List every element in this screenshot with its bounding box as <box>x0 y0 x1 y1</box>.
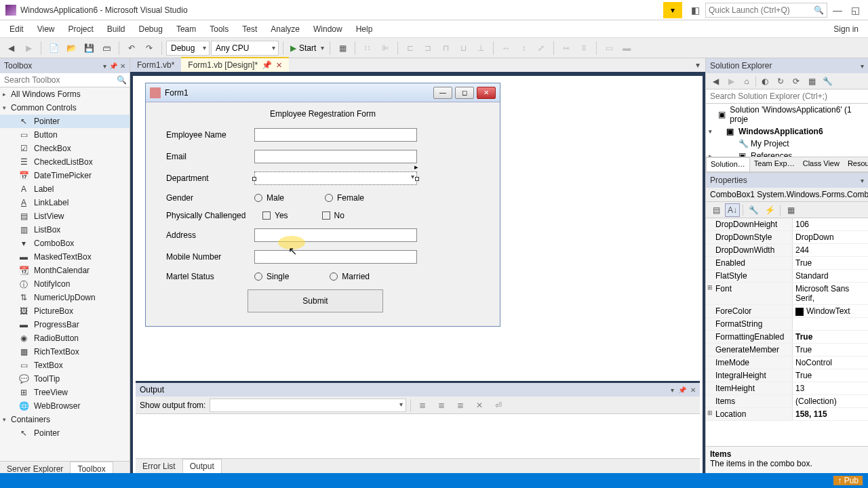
nav-back-icon[interactable]: ◀ <box>3 40 19 56</box>
toolbox-item-numericupdown[interactable]: ⇅NumericUpDown <box>0 291 130 304</box>
size-1-icon[interactable]: ↔ <box>498 40 514 56</box>
property-row[interactable]: Items(Collection) <box>706 395 868 408</box>
toolbox-item-textbox[interactable]: ▭TextBox <box>0 359 130 372</box>
toolbox-item-monthcalendar[interactable]: 📆MonthCalendar <box>0 264 130 277</box>
align-1-icon[interactable]: ⊏ <box>402 40 418 56</box>
radio-married[interactable]: Married <box>330 272 370 281</box>
input-email[interactable] <box>254 150 417 163</box>
menu-view[interactable]: View <box>31 22 62 37</box>
tab-dropdown-icon[interactable]: ▾ <box>690 58 705 72</box>
form1-window[interactable]: Form1 — ◻ ✕ Employee Regestration Form E… <box>145 83 500 327</box>
props-properties-icon[interactable]: 🔧 <box>746 203 761 217</box>
property-row[interactable]: FlatStyleStandard <box>706 270 868 283</box>
sol-fwd-icon[interactable]: ▶ <box>724 75 738 88</box>
output-btn-1[interactable]: ≣ <box>415 399 430 412</box>
tab-class-view[interactable]: Class View <box>799 157 844 171</box>
align-grid-icon[interactable]: ∷ <box>359 40 376 56</box>
search-icon[interactable]: 🔍 <box>113 73 130 87</box>
property-row[interactable]: FormatString <box>706 318 868 331</box>
menu-build[interactable]: Build <box>100 22 132 37</box>
menu-analyze[interactable]: Analyze <box>264 22 307 37</box>
sol-props-icon[interactable]: 🔧 <box>821 75 834 88</box>
input-name[interactable] <box>254 128 417 142</box>
align-left-icon[interactable]: ⊫ <box>377 40 393 56</box>
toolbox-item-combobox[interactable]: ▾ComboBox <box>0 237 130 250</box>
design-surface[interactable]: Form1 — ◻ ✕ Employee Regestration Form E… <box>133 76 703 473</box>
form-close-button[interactable]: ✕ <box>477 87 496 99</box>
dropdown-icon[interactable]: ▾ <box>671 386 674 394</box>
sol-project[interactable]: ▾▣WindowsApplication6 <box>706 125 868 138</box>
property-row[interactable]: ⊞FontMicrosoft Sans Serif, <box>706 283 868 305</box>
props-events-icon[interactable]: ⚡ <box>762 203 777 217</box>
menu-test[interactable]: Test <box>235 22 264 37</box>
toolbox-cat-containers[interactable]: Containers <box>0 413 130 426</box>
toolbox-item-linklabel[interactable]: ALinkLabel <box>0 196 130 209</box>
tab-solution-explorer[interactable]: Solution… <box>706 157 750 171</box>
radio-female[interactable]: Female <box>325 193 364 203</box>
solution-search-input[interactable] <box>706 89 868 103</box>
toolbox-item-progressbar[interactable]: ▬ProgressBar <box>0 318 130 331</box>
radio-single[interactable]: Single <box>254 272 289 281</box>
sign-in-link[interactable]: Sign in <box>833 24 865 34</box>
toolbox-item-maskedtextbox[interactable]: ▬MaskedTextBox <box>0 250 130 264</box>
sol-myproject[interactable]: 🔧My Project <box>706 138 868 150</box>
minimize-button[interactable]: — <box>830 5 845 16</box>
sol-refresh-icon[interactable]: ↻ <box>774 75 787 88</box>
output-btn-2[interactable]: ≣ <box>434 399 449 412</box>
toolbox-item-tooltip[interactable]: 💬ToolTip <box>0 372 130 386</box>
dropdown-icon[interactable]: ▾ <box>861 62 864 70</box>
input-mobile[interactable] <box>254 250 417 264</box>
pin-icon[interactable]: 📌 <box>262 60 272 70</box>
toolbox-item-webbrowser[interactable]: 🌐WebBrowser <box>0 399 130 413</box>
order-2-icon[interactable]: ▬ <box>618 40 635 56</box>
toolbox-cat-all[interactable]: All Windows Forms <box>0 87 130 101</box>
property-row[interactable]: EnabledTrue <box>706 257 868 270</box>
close-icon[interactable]: ✕ <box>276 61 282 70</box>
property-row[interactable]: IntegralHeightTrue <box>706 369 868 382</box>
tab-form1-design[interactable]: Form1.vb [Design]*📌✕ <box>181 57 289 72</box>
space-h-icon[interactable]: ⇿ <box>558 40 574 56</box>
config-combo[interactable]: Debug <box>166 41 210 56</box>
property-row[interactable]: ⊞Location158, 115 <box>706 408 868 421</box>
toolbox-item-picturebox[interactable]: 🖼PictureBox <box>0 304 130 318</box>
output-wrap-icon[interactable]: ⏎ <box>491 399 506 412</box>
tab-output[interactable]: Output <box>182 459 222 473</box>
submit-button[interactable]: Submit <box>248 289 383 312</box>
check-no[interactable]: No <box>322 211 344 220</box>
toolbox-item-listview[interactable]: ▤ListView <box>0 209 130 223</box>
dropdown-icon[interactable]: ▾ <box>861 177 864 184</box>
property-row[interactable]: FormattingEnabledTrue <box>706 331 868 344</box>
property-row[interactable]: ForeColorWindowText <box>706 305 868 318</box>
solution-tree[interactable]: ▣Solution 'WindowsApplication6' (1 proje… <box>706 104 868 157</box>
output-source-combo[interactable] <box>210 399 406 412</box>
align-2-icon[interactable]: ⊐ <box>420 40 436 56</box>
output-btn-4[interactable]: ✕ <box>472 399 487 412</box>
size-3-icon[interactable]: ⤢ <box>533 40 549 56</box>
property-row[interactable]: DropDownStyleDropDown <box>706 231 868 244</box>
sol-showall-icon[interactable]: ▦ <box>805 75 818 88</box>
toolbox-search-input[interactable] <box>0 73 113 87</box>
toolbox-item-treeview[interactable]: ⊞TreeView <box>0 386 130 399</box>
sol-references[interactable]: ▸▣References <box>706 150 868 157</box>
menu-tools[interactable]: Tools <box>203 22 235 37</box>
start-button[interactable]: ▶Start <box>288 42 326 54</box>
quick-launch-input[interactable] <box>709 5 814 15</box>
sol-back-icon[interactable]: ◀ <box>709 75 722 88</box>
platform-combo[interactable]: Any CPU <box>211 41 279 56</box>
sol-home-icon[interactable]: ⌂ <box>740 75 753 88</box>
toolbox-item-listbox[interactable]: ▥ListBox <box>0 223 130 237</box>
publish-button[interactable]: ↑ Pub <box>833 476 863 485</box>
combo-dept[interactable]: ▸ <box>254 171 417 185</box>
space-v-icon[interactable]: ⇳ <box>576 40 592 56</box>
align-4-icon[interactable]: ⊔ <box>455 40 471 56</box>
pin-icon[interactable]: 📌 <box>109 62 117 70</box>
toolbox-item-notifyicon[interactable]: ⓘNotifyIcon <box>0 277 130 291</box>
menu-project[interactable]: Project <box>61 22 100 37</box>
tab-error-list[interactable]: Error List <box>136 460 182 473</box>
pin-icon[interactable]: 📌 <box>678 386 686 394</box>
restore-button[interactable]: ◱ <box>848 5 863 16</box>
order-1-icon[interactable]: ▭ <box>601 40 617 56</box>
dropdown-icon[interactable]: ▾ <box>103 62 106 70</box>
sol-sync-icon[interactable]: ⟳ <box>789 75 803 88</box>
tb-icon-1[interactable]: ▦ <box>334 40 351 56</box>
